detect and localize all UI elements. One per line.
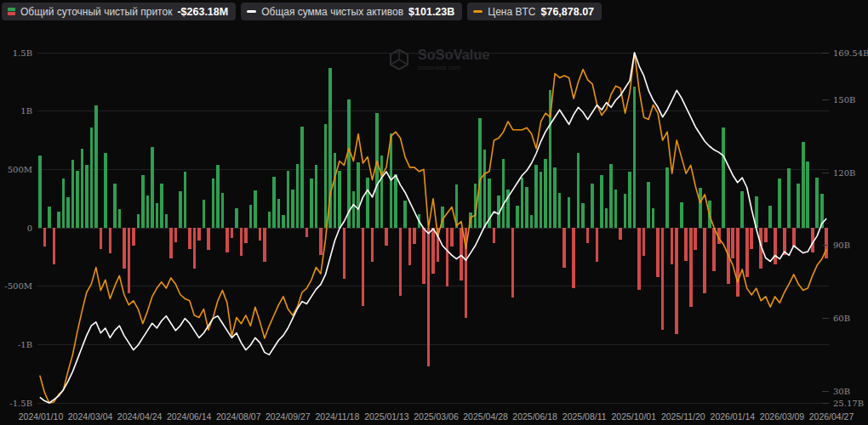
assets-line-icon	[247, 10, 256, 13]
svg-text:2025/01/13: 2025/01/13	[364, 411, 409, 422]
btc-price-line-icon	[473, 10, 483, 13]
svg-text:-500M: -500M	[4, 281, 32, 291]
svg-text:-1.5B: -1.5B	[9, 399, 32, 408]
svg-text:2025/08/11: 2025/08/11	[562, 411, 607, 422]
svg-text:2024/04/24: 2024/04/24	[117, 411, 163, 422]
btc-price-label: Цена BTC	[488, 6, 535, 18]
svg-text:0: 0	[27, 224, 32, 233]
x-axis-date-labels: 2024/01/102024/03/042024/04/242024/06/14…	[19, 411, 854, 422]
total-net-assets-label: Общая сумма чистых активов	[261, 6, 403, 18]
svg-text:25.17B: 25.17B	[833, 399, 864, 408]
svg-text:2026/01/14: 2026/01/14	[711, 411, 756, 422]
svg-text:169.54B: 169.54B	[833, 48, 868, 58]
svg-text:2024/03/04: 2024/03/04	[68, 411, 113, 422]
svg-text:120B: 120B	[833, 168, 855, 178]
total-net-assets-value: $101.23B	[408, 6, 454, 18]
left-axis-labels: 1.5B1B500M0-500M-1B-1.5B	[4, 48, 32, 408]
inflow-outflow-bars-icon	[8, 8, 15, 15]
svg-text:2025/10/01: 2025/10/01	[611, 411, 656, 422]
svg-text:2026/04/27: 2026/04/27	[809, 411, 854, 422]
svg-text:2024/08/07: 2024/08/07	[216, 411, 261, 422]
svg-text:2025/04/28: 2025/04/28	[463, 411, 508, 422]
daily-net-inflow-value: -$263.18M	[177, 6, 228, 18]
svg-text:-1B: -1B	[18, 340, 32, 349]
btc-etf-flow-dashboard: Общий суточный чистый приток -$263.18M О…	[0, 0, 868, 425]
svg-text:2025/11/20: 2025/11/20	[661, 411, 705, 422]
btc-price-value: $76,878.07	[541, 6, 595, 18]
right-axis-labels: 169.54B150B120B90B60B30B25.17B	[822, 48, 868, 408]
svg-text:2026/03/09: 2026/03/09	[760, 411, 805, 422]
svg-text:1.5B: 1.5B	[13, 48, 32, 58]
daily-net-inflow-label: Общий суточный чистый приток	[20, 6, 172, 18]
svg-text:30B: 30B	[833, 387, 850, 396]
combo-chart-plot[interactable]: 1.5B1B500M0-500M-1B-1.5B169.54B150B120B9…	[0, 0, 868, 425]
svg-text:90B: 90B	[833, 241, 850, 250]
svg-text:2024/01/10: 2024/01/10	[19, 411, 64, 422]
svg-text:2024/09/27: 2024/09/27	[266, 411, 311, 422]
legend-item-btc-price[interactable]: Цена BTC $76,878.07	[467, 3, 602, 20]
svg-text:2024/06/14: 2024/06/14	[167, 411, 212, 422]
svg-text:2025/06/18: 2025/06/18	[512, 411, 557, 422]
legend-item-total-net-assets[interactable]: Общая сумма чистых активов $101.23B	[241, 3, 462, 20]
svg-text:60B: 60B	[833, 314, 850, 323]
svg-text:500M: 500M	[8, 165, 32, 174]
svg-text:2024/11/18: 2024/11/18	[315, 411, 359, 422]
svg-text:2025/03/06: 2025/03/06	[414, 411, 459, 422]
svg-text:1B: 1B	[20, 106, 32, 116]
chart-legend: Общий суточный чистый приток -$263.18M О…	[2, 3, 602, 20]
legend-item-daily-net-inflow[interactable]: Общий суточный чистый приток -$263.18M	[2, 3, 236, 20]
svg-text:150B: 150B	[833, 95, 855, 105]
